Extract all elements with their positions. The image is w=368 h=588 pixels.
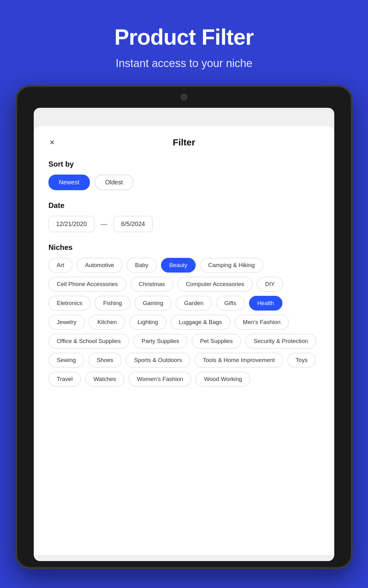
date-separator: — bbox=[101, 220, 107, 228]
niche-tag-travel[interactable]: Travel bbox=[48, 372, 81, 386]
sort-newest-button[interactable]: Newest bbox=[48, 175, 90, 190]
niche-tag-sewing[interactable]: Sewing bbox=[48, 353, 84, 368]
sort-label: Sort by bbox=[48, 160, 320, 168]
date-from-input[interactable]: 12/21/2020 bbox=[48, 216, 94, 232]
niche-tag-lighting[interactable]: Lighting bbox=[129, 315, 167, 330]
niche-tag-gaming[interactable]: Gaming bbox=[135, 296, 172, 311]
niche-tag-cell-phone-accessories[interactable]: Cell Phone Accessories bbox=[48, 277, 126, 292]
niche-tag-christmas[interactable]: Christmas bbox=[131, 277, 174, 292]
niche-tag-jewelry[interactable]: Jewelry bbox=[48, 315, 85, 330]
niche-tag-luggage-bags[interactable]: Luggage & Bags bbox=[171, 315, 230, 330]
date-label: Date bbox=[48, 201, 320, 210]
niche-tag-garden[interactable]: Garden bbox=[176, 296, 212, 311]
niche-tag-party-supplies[interactable]: Party Supplies bbox=[133, 334, 188, 349]
niche-tag-pet-supplies[interactable]: Pet Supplies bbox=[192, 334, 241, 349]
modal-title: Filter bbox=[173, 137, 195, 148]
niche-tag-diy[interactable]: DIY bbox=[257, 277, 283, 292]
niche-tag-baby[interactable]: Baby bbox=[127, 258, 156, 273]
niche-tag-health[interactable]: Health bbox=[249, 296, 282, 311]
niche-tag-automotive[interactable]: Automotive bbox=[77, 258, 122, 273]
niche-tag-camping-hiking[interactable]: Camping & Hiking bbox=[200, 258, 263, 273]
date-range: 12/21/2020 — 6/5/2024 bbox=[48, 216, 320, 232]
page-header: Product Filter Instant access to your ni… bbox=[0, 0, 368, 85]
niche-tag-computer-accessories[interactable]: Computer Accessories bbox=[178, 277, 252, 292]
sort-buttons: Newest Oldest bbox=[48, 175, 320, 190]
niche-tag-wood-working[interactable]: Wood Working bbox=[196, 372, 250, 386]
device-screen: × Filter Sort by Newest Oldest Date 12/2… bbox=[34, 108, 334, 561]
sort-oldest-button[interactable]: Oldest bbox=[95, 175, 133, 190]
niche-tag-gifts[interactable]: Gifts bbox=[216, 296, 245, 311]
niche-tag-kitchen[interactable]: Kitchen bbox=[89, 315, 125, 330]
device-camera bbox=[181, 94, 187, 100]
sort-section: Sort by Newest Oldest bbox=[48, 160, 320, 190]
niche-tag-security-protection[interactable]: Security & Protection bbox=[245, 334, 316, 349]
niche-tag-fishing[interactable]: Fishing bbox=[95, 296, 130, 311]
device-frame: × Filter Sort by Newest Oldest Date 12/2… bbox=[15, 85, 353, 569]
date-to-input[interactable]: 6/5/2024 bbox=[113, 216, 153, 232]
page-title: Product Filter bbox=[114, 24, 254, 50]
niche-tag-toys[interactable]: Toys bbox=[287, 353, 316, 368]
date-section: Date 12/21/2020 — 6/5/2024 bbox=[48, 201, 320, 232]
niche-tag-sports-outdoors[interactable]: Sports & Outdoors bbox=[126, 353, 190, 368]
filter-modal: × Filter Sort by Newest Oldest Date 12/2… bbox=[34, 126, 334, 555]
niche-tag-tools-home-improvement[interactable]: Tools & Home Improvement bbox=[195, 353, 283, 368]
modal-header: × Filter bbox=[48, 137, 320, 148]
niches-section: Niches ArtAutomotiveBabyBeautyCamping & … bbox=[48, 243, 320, 386]
close-button[interactable]: × bbox=[48, 137, 56, 148]
niche-tag-art[interactable]: Art bbox=[48, 258, 72, 273]
niche-tag-beauty[interactable]: Beauty bbox=[161, 258, 196, 273]
niche-tag-mens-fashion[interactable]: Men's Fashion bbox=[235, 315, 289, 330]
niche-tag-womens-fashion[interactable]: Women's Fashion bbox=[128, 372, 191, 386]
page-subtitle: Instant access to your niche bbox=[116, 57, 252, 70]
niche-tag-electronics[interactable]: Eletronics bbox=[48, 296, 90, 311]
niche-tag-watches[interactable]: Watches bbox=[85, 372, 124, 386]
niche-tag-shoes[interactable]: Shoes bbox=[88, 353, 121, 368]
niche-tag-office-school-supplies[interactable]: Office & School Supplies bbox=[48, 334, 129, 349]
niches-label: Niches bbox=[48, 243, 320, 252]
niches-grid: ArtAutomotiveBabyBeautyCamping & HikingC… bbox=[48, 258, 320, 386]
